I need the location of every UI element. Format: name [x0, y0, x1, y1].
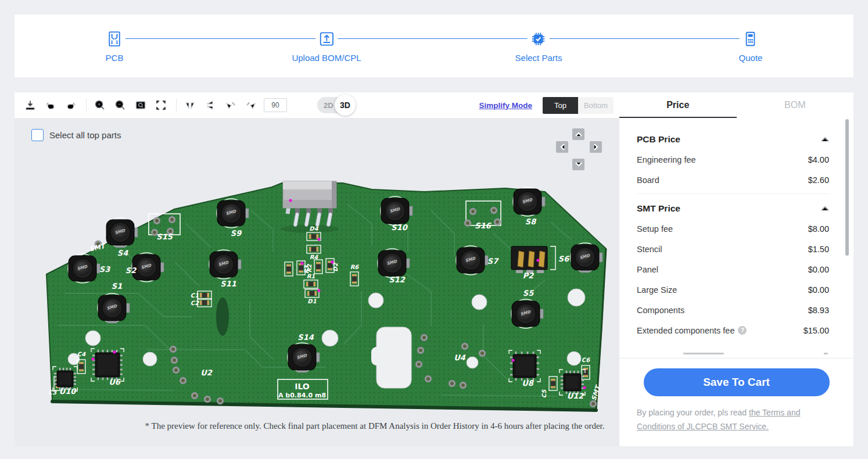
pcb-icon	[103, 28, 125, 49]
undo-button[interactable]	[43, 98, 58, 113]
svg-text:S12: S12	[389, 275, 405, 284]
svg-text:S14: S14	[297, 333, 314, 342]
select-all-checkbox[interactable]	[31, 129, 44, 141]
stepper-bar: PCB Upload BOM/CPL Select Parts	[15, 15, 853, 77]
side-top-button[interactable]: Top	[543, 97, 578, 114]
section-divider	[637, 193, 829, 194]
svg-text:C5: C5	[541, 389, 547, 398]
tab-price[interactable]: Price	[619, 92, 737, 118]
panel-footer: Save To Cart By placing your order, pls …	[619, 358, 853, 447]
select-all-label: Select all top parts	[49, 130, 121, 140]
svg-text:D2: D2	[332, 262, 339, 271]
row-value: $8.93	[808, 306, 829, 315]
step-pcb[interactable]: PCB	[103, 28, 125, 63]
svg-text:ILO: ILO	[295, 382, 310, 391]
svg-text:S9: S9	[231, 229, 242, 238]
chevron-up-icon[interactable]	[821, 137, 829, 142]
price-row: Setup fee $8.00	[637, 218, 829, 239]
main-card: 2D 3D Simplify Mode Top Bottom D4R4R3R2D…	[15, 92, 853, 446]
chevron-up-icon[interactable]	[821, 206, 829, 211]
redo-button[interactable]	[63, 98, 78, 113]
rotate-right-button[interactable]	[243, 98, 259, 113]
step-upload-label: Upload BOM/CPL	[292, 53, 361, 63]
row-label: Extended components fee?	[637, 326, 747, 335]
view-2d-label[interactable]: 2D	[324, 101, 333, 110]
step-quote[interactable]: Quote	[739, 28, 763, 63]
pcb-price-section-header[interactable]: PCB Price	[637, 130, 829, 149]
board-side-switch: Top Bottom	[543, 97, 614, 114]
download-snapshot-button[interactable]	[23, 98, 38, 113]
svg-text:S15: S15	[156, 232, 173, 241]
price-row: Stencil $1.50	[637, 239, 829, 259]
pcb-price-title: PCB Price	[637, 134, 680, 145]
view-mode-toggle[interactable]: 2D 3D	[317, 97, 353, 113]
row-label: Engineering fee	[637, 155, 696, 164]
pan-left-button[interactable]	[556, 141, 568, 153]
zoom-area-button[interactable]	[133, 98, 148, 113]
svg-text:S11: S11	[220, 279, 236, 288]
quote-calculator-icon	[740, 28, 762, 49]
price-detail-list: PCB Price Engineering fee $4.00 Board $2…	[619, 118, 853, 358]
rotate-left-button[interactable]	[223, 98, 238, 113]
price-row: Large Size $0.00	[637, 279, 829, 300]
help-icon[interactable]: ?	[738, 326, 747, 335]
view-3d-knob[interactable]: 3D	[335, 95, 356, 116]
pcb-3d-viewer[interactable]: D4R4R3R2D2R1D1R6C1C2C4C3C5C6U6U10U8U12SM…	[15, 118, 619, 446]
step-upload-bom-cpl[interactable]: Upload BOM/CPL	[292, 28, 361, 63]
pan-right-button[interactable]	[590, 141, 602, 153]
flip-vertical-button[interactable]	[203, 98, 218, 113]
pan-up-button[interactable]	[572, 128, 584, 140]
svg-text:C2: C2	[191, 300, 199, 306]
row-value: $0.00	[808, 265, 829, 274]
zoom-out-button[interactable]	[113, 98, 128, 113]
row-value: $0.00	[808, 285, 829, 295]
toolbar-divider	[176, 99, 177, 112]
price-row: Engineering fee $4.00	[637, 149, 829, 170]
row-label: Components	[637, 306, 684, 315]
row-value: $4.00	[808, 155, 829, 164]
svg-text:U6: U6	[109, 378, 121, 386]
svg-text:C4: C4	[77, 351, 86, 357]
svg-text:S2: S2	[125, 266, 137, 275]
upload-icon	[315, 28, 338, 49]
svg-text:U2: U2	[200, 368, 213, 377]
page: { "stepper": { "steps": [ {"label": "PCB…	[0, 0, 868, 459]
preview-footnote: * The preview for reference only. Check …	[145, 421, 604, 431]
step-pcb-label: PCB	[103, 53, 125, 63]
row-value: $1.50	[808, 245, 829, 254]
save-to-cart-button[interactable]: Save To Cart	[644, 368, 830, 396]
row-label: Large Size	[637, 285, 677, 295]
row-label: Panel	[637, 265, 658, 274]
clipped-row-remnant	[824, 353, 828, 354]
pan-down-button[interactable]	[572, 159, 584, 170]
panel-scrollbar[interactable]	[845, 119, 849, 256]
svg-text:C6: C6	[582, 357, 590, 363]
row-label: Setup fee	[637, 224, 673, 234]
terms-text: By placing your order, pls read	[637, 408, 749, 417]
step-select-parts[interactable]: Select Parts	[515, 28, 562, 63]
svg-text:U8: U8	[522, 379, 535, 388]
toolbar-divider	[86, 99, 87, 112]
price-row: Extended components fee? $15.00	[637, 320, 829, 340]
side-bottom-button[interactable]: Bottom	[578, 97, 614, 114]
svg-text:U4: U4	[454, 353, 466, 362]
svg-text:R1: R1	[307, 273, 315, 279]
smt-price-section-header[interactable]: SMT Price	[637, 199, 829, 218]
pcb-board-render[interactable]: D4R4R3R2D2R1D1R6C1C2C4C3C5C6U6U10U8U12SM…	[15, 118, 619, 446]
svg-text:S4: S4	[117, 249, 128, 257]
stepper-connector	[114, 38, 751, 39]
select-parts-icon	[528, 28, 550, 49]
row-value: $2.60	[808, 175, 829, 185]
rotate-angle-input[interactable]	[264, 98, 287, 112]
flip-horizontal-button[interactable]	[182, 98, 198, 113]
clipped-row-remnant	[683, 353, 724, 354]
step-select-parts-label: Select Parts	[515, 53, 562, 63]
terms-note: By placing your order, pls read the Term…	[637, 406, 830, 433]
smt-price-title: SMT Price	[637, 203, 680, 214]
zoom-in-button[interactable]	[92, 98, 107, 113]
viewer-toolbar: 2D 3D Simplify Mode Top Bottom	[15, 92, 619, 118]
tab-bom[interactable]: BOM	[737, 92, 854, 118]
simplify-mode-link[interactable]: Simplify Mode	[479, 101, 532, 110]
fit-screen-button[interactable]	[153, 98, 168, 113]
svg-text:S8: S8	[525, 217, 537, 226]
